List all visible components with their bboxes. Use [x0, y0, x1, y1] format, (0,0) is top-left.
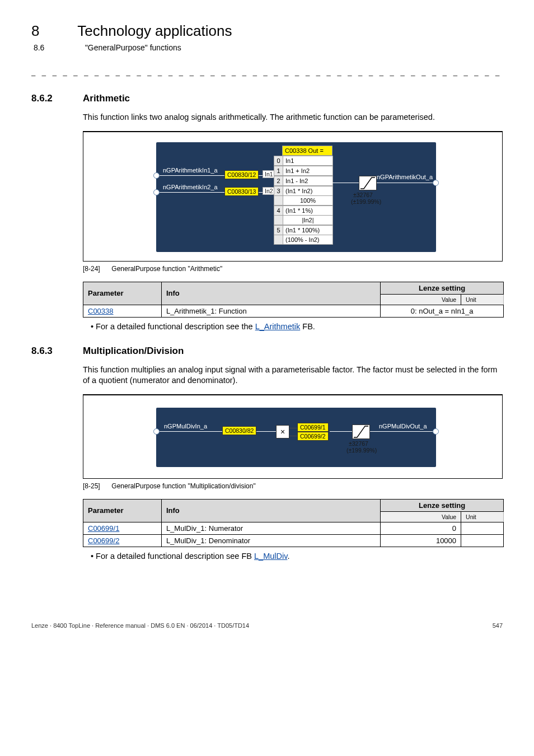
wire	[332, 183, 359, 183]
opt-idx: 5	[274, 225, 283, 235]
th-unit: Unit	[461, 511, 504, 522]
chapter-title: Technology applications	[77, 22, 232, 39]
tag-in2: C00830/13	[224, 187, 259, 196]
param-table-862: Parameter Info Lenze setting Value Unit …	[83, 282, 504, 318]
param-link[interactable]: C00699/1	[83, 522, 162, 534]
th-parameter: Parameter	[83, 282, 162, 305]
param-value: 0	[381, 522, 461, 534]
figure-caption-num: [8-25]	[83, 482, 110, 490]
label-in1: nGPArithmetikIn1_a	[163, 167, 218, 174]
saturation-icon	[359, 176, 377, 190]
param-value: 10000	[381, 534, 461, 547]
figure-caption-num: [8-24]	[83, 265, 110, 273]
intro-863: This function multiplies an analog input…	[83, 365, 503, 386]
param-table-863: Parameter Info Lenze setting Value Unit …	[83, 499, 504, 547]
label-out: nGPMulDivOut_a	[379, 423, 427, 430]
opt-idx: 4	[274, 206, 283, 216]
tag-in1: C00830/12	[224, 170, 259, 179]
th-info: Info	[161, 282, 380, 305]
param-info: L_MulDiv_1: Numerator	[161, 522, 380, 534]
figure-muldiv: nGPMulDivIn_a C00830/82 × C00699/1 C0069…	[83, 394, 503, 479]
heading-title-862: Arithmetic	[83, 93, 130, 104]
multiply-icon: ×	[276, 425, 289, 438]
th-parameter: Parameter	[83, 499, 162, 522]
th-value: Value	[381, 294, 461, 305]
chapter-number: 8	[31, 22, 39, 39]
sat-label1: ±32767	[349, 440, 368, 447]
param-link[interactable]: C00699/2	[83, 534, 162, 547]
opt-idx: 3	[274, 186, 283, 196]
tag-numerator: C00699/1	[297, 423, 329, 432]
wire	[330, 431, 352, 432]
th-lenze: Lenze setting	[381, 499, 504, 511]
bullet-text-pre: For a detailed functional description se…	[96, 552, 254, 561]
intro-862: This function links two analog signals a…	[83, 112, 503, 123]
bullet-text-pre: For a detailed functional description se…	[96, 322, 255, 331]
opt-idx: 1	[274, 166, 283, 176]
link-muldiv[interactable]: L_MulDiv	[254, 552, 287, 561]
footer-left: Lenze · 8400 TopLine · Reference manual …	[31, 622, 249, 629]
wire	[289, 428, 297, 428]
opt-idx	[274, 196, 283, 206]
port-in	[153, 428, 160, 435]
port-in1	[153, 172, 160, 179]
wire	[289, 436, 297, 436]
divider-dashes: _ _ _ _ _ _ _ _ _ _ _ _ _ _ _ _ _ _ _ _ …	[31, 68, 503, 76]
section-number: 8.6	[34, 43, 85, 52]
port-out	[433, 428, 439, 435]
label-in2: nGPArithmetikIn2_a	[163, 184, 218, 190]
wire	[377, 183, 433, 183]
opt-idx: 2	[274, 176, 283, 186]
sat-label1: ±32767	[353, 192, 373, 198]
opt-txt: In1 + In2	[283, 166, 333, 176]
opt-head-txt: Out =	[308, 147, 324, 154]
page-number: 547	[493, 622, 503, 629]
tag-denominator: C00699/2	[297, 432, 329, 441]
param-info: L_Arithmetik_1: Function	[161, 305, 380, 317]
th-lenze: Lenze setting	[381, 282, 504, 294]
opt-txt: In1 - In2	[283, 176, 333, 186]
param-unit	[461, 534, 504, 547]
th-value: Value	[381, 511, 461, 522]
port-out	[433, 180, 439, 186]
th-unit: Unit	[461, 294, 504, 305]
bullet-text-post: .	[287, 552, 289, 561]
param-value: 0: nOut_a = nIn1_a	[381, 305, 504, 317]
heading-num-863: 8.6.3	[31, 346, 83, 357]
wire	[370, 431, 433, 432]
opt-idx	[274, 216, 283, 225]
opt-txt: 100%	[283, 196, 333, 206]
sat-label2: (±199.99%)	[346, 447, 377, 454]
param-info: L_MulDiv_1: Denominator	[161, 534, 380, 547]
opt-idx	[274, 235, 283, 245]
opt-txt: (100% - In2)	[283, 235, 333, 245]
opt-idx: 0	[274, 156, 283, 166]
options-stack: C00338 Out = 0In1 1In1 + In2 2In1 - In2 …	[274, 146, 333, 245]
opt-head-tag: C00338	[285, 147, 307, 154]
param-unit	[461, 522, 504, 534]
label-out: nGPArithmetikOut_a	[377, 174, 433, 180]
figure-caption-text: GeneralPurpose function "Arithmetic"	[111, 265, 222, 273]
diagram-panel: nGPMulDivIn_a C00830/82 × C00699/1 C0069…	[156, 408, 436, 467]
section-title: "GeneralPurpose" functions	[85, 43, 181, 52]
figure-caption-text: GeneralPurpose function "Multiplication/…	[111, 482, 255, 490]
opt-txt: (In1 * 1%)	[283, 206, 333, 216]
tag-in: C00830/82	[222, 426, 256, 435]
port-in2	[153, 189, 160, 195]
bullet-text-post: FB.	[300, 322, 315, 331]
diagram-panel: nGPArithmetikIn1_a C00830/12 In1 nGPArit…	[156, 142, 436, 252]
opt-txt: (In1 * 100%)	[283, 225, 333, 235]
heading-title-863: Multiplication/Division	[83, 346, 184, 356]
param-link[interactable]: C00338	[83, 305, 162, 317]
opt-txt: |In2|	[283, 216, 333, 225]
sat-label2: (±199.99%)	[351, 198, 381, 205]
th-info: Info	[161, 499, 380, 522]
figure-arithmetic: nGPArithmetikIn1_a C00830/12 In1 nGPArit…	[83, 131, 503, 262]
opt-txt: In1	[283, 156, 333, 166]
opt-txt: (In1 * In2)	[283, 186, 333, 196]
saturation-icon	[352, 424, 370, 439]
label-in: nGPMulDivIn_a	[164, 423, 207, 430]
heading-num-862: 8.6.2	[31, 93, 83, 104]
wire	[160, 431, 276, 432]
link-arithmetik[interactable]: L_Arithmetik	[255, 322, 301, 331]
